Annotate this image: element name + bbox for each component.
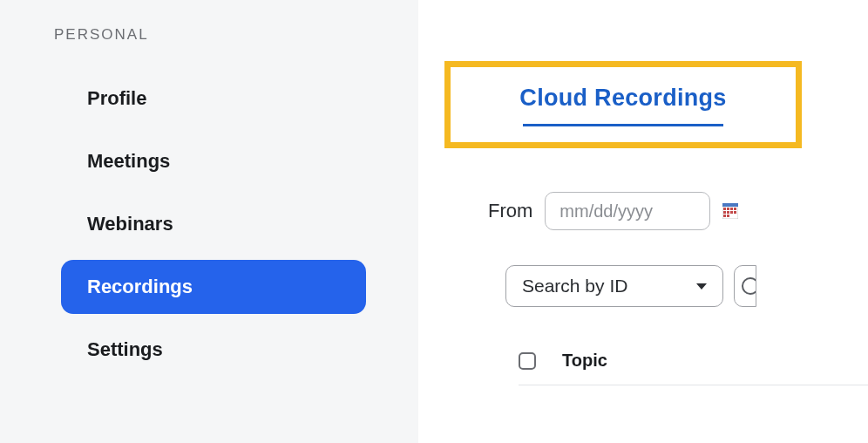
- from-date-input[interactable]: mm/dd/yyyy: [545, 192, 710, 230]
- svg-rect-7: [730, 211, 733, 214]
- search-row: Search by ID: [505, 265, 868, 307]
- sidebar-item-meetings[interactable]: Meetings: [61, 134, 366, 188]
- svg-rect-5: [723, 211, 726, 214]
- tab-cloud-recordings[interactable]: Cloud Recordings: [494, 85, 752, 112]
- chevron-down-icon: [696, 283, 707, 290]
- column-header-topic: Topic: [562, 351, 607, 371]
- search-button-partial[interactable]: [734, 265, 756, 307]
- svg-rect-11: [722, 203, 738, 207]
- sidebar: PERSONAL Profile Meetings Webinars Recor…: [0, 0, 418, 443]
- search-by-dropdown[interactable]: Search by ID: [505, 265, 723, 307]
- svg-rect-9: [723, 215, 726, 217]
- sidebar-section-header: PERSONAL: [54, 26, 392, 44]
- tab-underline: [523, 124, 723, 126]
- filter-from-row: From mm/dd/yyyy: [488, 192, 868, 230]
- date-placeholder-text: mm/dd/yyyy: [559, 201, 653, 222]
- tab-highlight-annotation: Cloud Recordings: [444, 61, 802, 148]
- search-icon: [742, 277, 756, 295]
- select-all-checkbox[interactable]: [519, 352, 536, 370]
- sidebar-item-webinars[interactable]: Webinars: [61, 197, 366, 251]
- svg-rect-3: [730, 208, 733, 210]
- filter-from-label: From: [488, 200, 532, 222]
- sidebar-nav-list: Profile Meetings Webinars Recordings Set…: [52, 72, 392, 377]
- svg-rect-4: [734, 208, 736, 210]
- svg-rect-6: [727, 211, 729, 214]
- svg-rect-1: [723, 208, 726, 210]
- svg-rect-10: [727, 215, 729, 217]
- calendar-icon[interactable]: [722, 203, 738, 219]
- svg-rect-8: [734, 211, 736, 214]
- sidebar-item-recordings[interactable]: Recordings: [61, 260, 366, 314]
- main-content: Cloud Recordings From mm/dd/yyyy: [418, 0, 868, 443]
- sidebar-item-settings[interactable]: Settings: [61, 323, 366, 377]
- svg-rect-2: [727, 208, 729, 210]
- search-dropdown-label: Search by ID: [522, 276, 627, 296]
- table-header-row: Topic: [519, 351, 868, 385]
- sidebar-item-profile[interactable]: Profile: [61, 72, 366, 126]
